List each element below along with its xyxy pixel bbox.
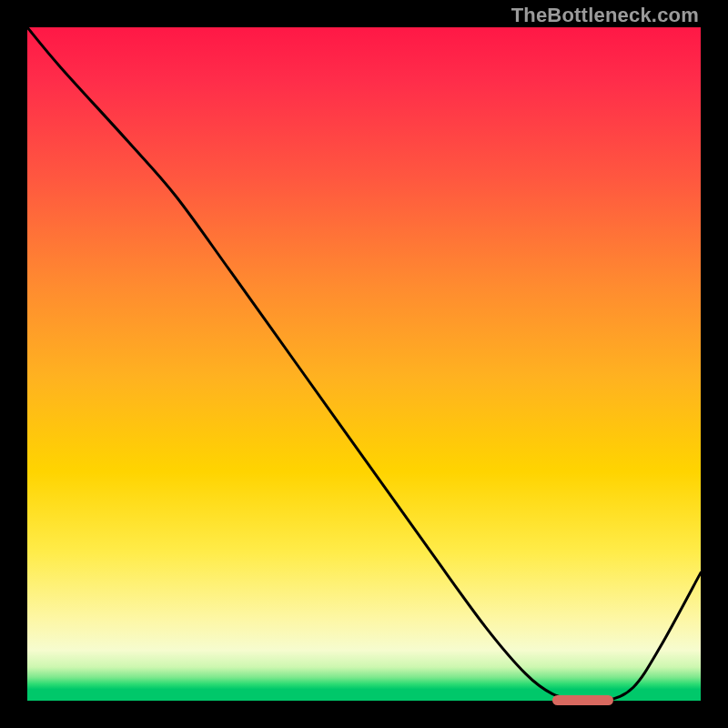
bottleneck-curve [27, 27, 701, 701]
optimal-range-marker [552, 695, 613, 705]
chart-frame [27, 27, 701, 701]
watermark-text: TheBottleneck.com [511, 4, 699, 27]
